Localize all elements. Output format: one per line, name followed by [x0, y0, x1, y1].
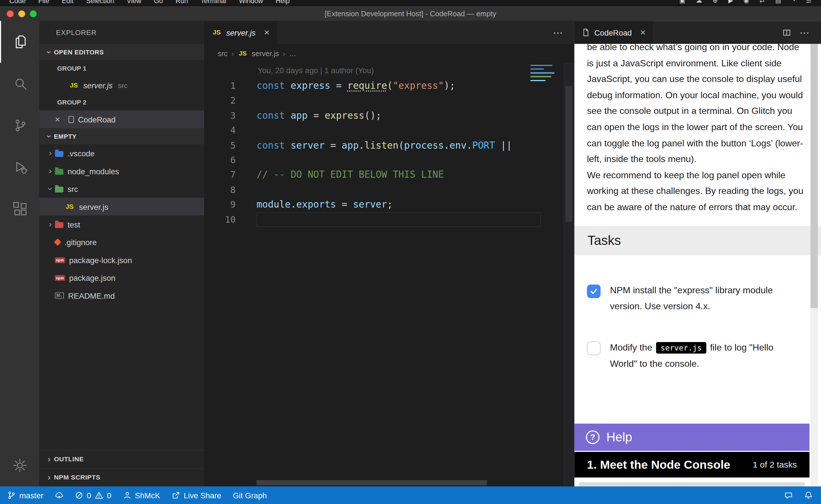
- menu-selection[interactable]: Selection: [86, 0, 114, 5]
- vertical-scrollbar[interactable]: [563, 63, 574, 486]
- status-branch[interactable]: master: [7, 491, 43, 500]
- scrollbar-thumb[interactable]: [810, 44, 818, 308]
- code-line-6[interactable]: 6: [204, 153, 574, 167]
- code-line-8[interactable]: 8: [204, 183, 574, 197]
- split-editor-icon[interactable]: [782, 28, 791, 37]
- open-editors-header[interactable]: › OPEN EDITORS: [39, 44, 204, 60]
- status-git-graph[interactable]: Git Graph: [233, 491, 267, 500]
- code-line-2[interactable]: 2: [204, 93, 574, 108]
- activity-explorer[interactable]: [0, 21, 39, 63]
- code-token: env: [450, 140, 467, 151]
- menu-code[interactable]: Code: [9, 0, 26, 5]
- menu-go[interactable]: Go: [154, 0, 163, 5]
- open-editor-server-js[interactable]: JSserver.jssrc: [39, 76, 204, 94]
- code-token: app: [342, 140, 359, 151]
- menubar-status-icon[interactable]: ▶: [728, 0, 733, 4]
- section-outline[interactable]: ›OUTLINE: [39, 450, 204, 468]
- status-feedback[interactable]: [784, 491, 793, 499]
- menubar-status-icon[interactable]: ⇄: [759, 0, 765, 4]
- macos-menubar: CodeFileEditSelectionViewGoRunTerminalWi…: [0, 0, 821, 6]
- tree-item-package-json[interactable]: npmpackage.json: [39, 269, 204, 286]
- section-label: OUTLINE: [54, 456, 84, 463]
- tree-item-readme-md[interactable]: M↓README.md: [39, 287, 204, 304]
- menubar-status-icon[interactable]: ▤: [775, 0, 781, 4]
- activity-extensions[interactable]: [0, 188, 39, 230]
- code-line-10[interactable]: 10: [204, 212, 574, 227]
- minimap-line: [530, 65, 552, 66]
- code-line-4[interactable]: 4: [204, 123, 574, 138]
- zoom-window-button[interactable]: [30, 10, 37, 17]
- menubar-status-icon[interactable]: ☰: [806, 0, 812, 4]
- menu-window[interactable]: Window: [239, 0, 263, 5]
- code-token: [285, 110, 291, 121]
- section-npm-scripts[interactable]: ›NPM SCRIPTS: [39, 468, 204, 486]
- menubar-status-icon[interactable]: ▣: [679, 0, 685, 4]
- code-line-1[interactable]: 1const express = require("express");: [204, 79, 574, 93]
- md-file-icon: M↓: [55, 292, 64, 299]
- menu-view[interactable]: View: [126, 0, 141, 5]
- coderoad-panel: CodeRoad × ⋯ be able to check what’s goi…: [574, 21, 821, 486]
- file-name: test: [68, 220, 80, 229]
- menu-edit[interactable]: Edit: [62, 0, 73, 5]
- more-actions-icon[interactable]: ⋯: [800, 26, 810, 38]
- close-icon[interactable]: ×: [640, 27, 646, 38]
- task-text: Modify the server.js file to log "Hello …: [610, 339, 800, 372]
- tree-item-package-lock-json[interactable]: npmpackage-lock.json: [39, 251, 204, 269]
- panel-scrollbar[interactable]: [810, 44, 818, 486]
- cloud-upload-icon: [55, 491, 63, 499]
- settings-button[interactable]: [0, 450, 38, 481]
- code-text: const app = express();: [257, 108, 541, 123]
- task-checkbox[interactable]: [587, 284, 600, 298]
- close-icon[interactable]: ×: [55, 115, 69, 124]
- code-line-7[interactable]: 7// -- DO NOT EDIT BELOW THIS LINE: [204, 167, 574, 182]
- tab-coderoad[interactable]: CodeRoad ×: [574, 21, 653, 44]
- explorer-sidebar: EXPLORER › OPEN EDITORS GROUP 1JSserver.…: [39, 21, 204, 486]
- menubar-status-icon[interactable]: ◔: [792, 0, 795, 4]
- help-button[interactable]: ? Help: [574, 424, 810, 451]
- tree-item-vscode[interactable]: ›.vscode: [39, 144, 204, 162]
- code-line-5[interactable]: 5const server = app.listen(process.env.P…: [204, 138, 574, 153]
- tree-item-node-modules[interactable]: ›node_modules: [39, 162, 204, 180]
- tree-item-gitignore[interactable]: .gitignore: [39, 233, 204, 251]
- code-text: [257, 123, 541, 138]
- minimize-window-button[interactable]: [18, 10, 25, 17]
- file-name: .vscode: [68, 149, 95, 158]
- chevron-right-icon: ›: [46, 166, 55, 176]
- breadcrumb-folder[interactable]: src: [218, 49, 228, 58]
- breadcrumb: src › JS server.js › …: [204, 44, 574, 63]
- status-problems[interactable]: 0 0: [75, 491, 111, 500]
- status-notifications[interactable]: [804, 491, 812, 499]
- code-line-3[interactable]: 3const app = express();: [204, 108, 574, 123]
- minimap[interactable]: [530, 65, 555, 83]
- lesson-footer[interactable]: 1. Meet the Node Console 1 of 2 tasks: [574, 452, 810, 478]
- tree-item-server-js[interactable]: JSserver.js: [39, 198, 204, 215]
- menu-run[interactable]: Run: [175, 0, 188, 5]
- activity-run-debug[interactable]: [0, 146, 39, 188]
- status-account[interactable]: ShMcK: [123, 491, 160, 500]
- menubar-status-icon[interactable]: ◉: [744, 0, 749, 4]
- tab-server-js[interactable]: JS server.js ×: [204, 21, 277, 44]
- horizontal-scrollbar[interactable]: [257, 480, 487, 485]
- tree-item-src[interactable]: ›src: [39, 180, 204, 198]
- more-actions-icon[interactable]: ⋯: [553, 26, 563, 38]
- close-window-button[interactable]: [7, 10, 14, 17]
- breadcrumb-file[interactable]: server.js: [252, 49, 279, 58]
- menu-terminal[interactable]: Terminal: [201, 0, 226, 5]
- workspace-header[interactable]: › EMPTY: [39, 128, 204, 144]
- scrollbar-thumb[interactable]: [565, 86, 572, 222]
- menu-file[interactable]: File: [38, 0, 49, 5]
- close-icon[interactable]: ×: [264, 27, 270, 38]
- status-sync[interactable]: [55, 491, 63, 499]
- menu-help[interactable]: Help: [276, 0, 290, 5]
- menubar-status-icon[interactable]: ☁: [696, 0, 702, 4]
- code-line-9[interactable]: 9module.exports = server;: [204, 197, 574, 212]
- task-checkbox[interactable]: [587, 341, 600, 355]
- open-editor-coderoad[interactable]: ×CodeRoad: [39, 110, 204, 128]
- activity-source-control[interactable]: [0, 105, 39, 146]
- status-live-share[interactable]: Live Share: [171, 491, 221, 500]
- tree-item-test[interactable]: ›test: [39, 216, 204, 233]
- activity-search[interactable]: [0, 63, 39, 105]
- breadcrumb-more[interactable]: …: [289, 49, 297, 58]
- menubar-status-icon[interactable]: ⊕: [712, 0, 718, 4]
- code-editor[interactable]: You, 20 days ago | 1 author (You) 1const…: [204, 63, 574, 486]
